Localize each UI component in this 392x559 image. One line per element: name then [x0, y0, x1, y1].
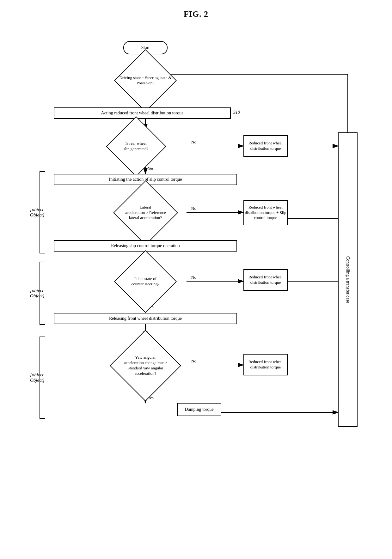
- diamond1-wrapper: Driving state = Steering state &Power-on…: [85, 63, 205, 98]
- r4-node: Reduced front wheel distribution torque: [243, 354, 288, 375]
- right-bar-label: Controlling a transfer case: [338, 133, 357, 427]
- s30-brace-label: [object Object]: [30, 288, 45, 299]
- diamond5-wrapper: Yaw angularacceleration change rate ≥Sta…: [77, 336, 213, 396]
- s30-label: Releasing front wheel distribution torqu…: [109, 316, 182, 321]
- svg-text:No: No: [191, 140, 196, 144]
- diamond4-wrapper: Is it a state ofcounter steering?: [85, 262, 205, 301]
- s30-node: Releasing front wheel distribution torqu…: [54, 313, 237, 324]
- r2-node: Reduced front wheel distribution torque …: [243, 200, 288, 225]
- s20-end-node: Releasing slip control torque operation: [54, 240, 237, 252]
- r5-node: Damping torque: [177, 403, 221, 416]
- diamond2-wrapper: Is rear wheelslip generated?: [85, 129, 187, 164]
- r5-label: Damping torque: [185, 407, 213, 412]
- s20-end-label: Releasing slip control torque operation: [111, 243, 180, 249]
- flowchart: Yes Yes No Yes No No: [22, 25, 370, 559]
- s20-brace-label: [object Object]: [30, 207, 45, 218]
- r3-label: Reduced front wheel distribution torque: [244, 275, 287, 285]
- r4-label: Reduced front wheel distribution torque: [244, 359, 287, 370]
- r1-node: Reduced front wheel distribution torque: [243, 135, 288, 157]
- s10-node: Acting reduced front wheel distribution …: [54, 107, 231, 119]
- r3-node: Reduced front wheel distribution torque: [243, 269, 288, 291]
- s40-brace-label: [object Object]: [30, 372, 45, 383]
- s10-ref: S10: [233, 110, 240, 115]
- r1-label: Reduced front wheel distribution torque: [244, 141, 287, 151]
- r2-label: Reduced front wheel distribution torque …: [244, 205, 287, 221]
- diamond3-wrapper: Lateralacceleration > Referencelateral a…: [81, 195, 210, 230]
- s10-label: Acting reduced front wheel distribution …: [101, 110, 184, 116]
- svg-text:Yes: Yes: [148, 166, 154, 171]
- svg-rect-29: [338, 133, 357, 427]
- page: FIG. 2 Yes Yes No: [0, 0, 392, 559]
- fig-title: FIG. 2: [6, 9, 386, 19]
